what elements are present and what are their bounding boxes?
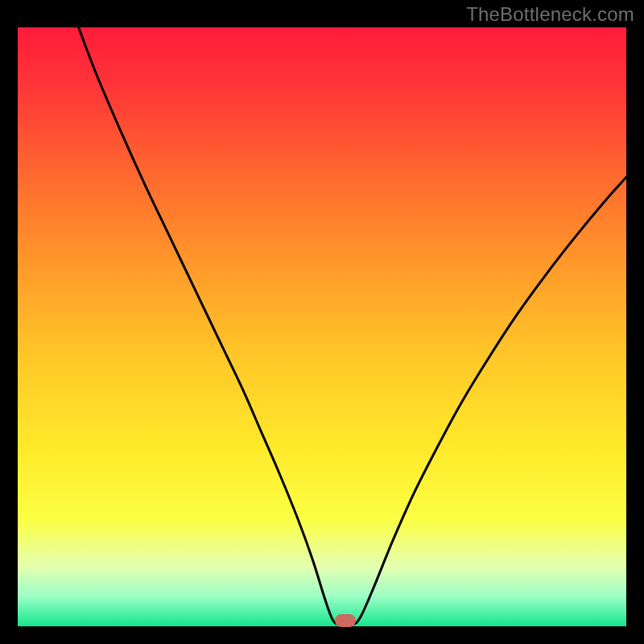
watermark-text: TheBottleneck.com [466,3,634,26]
gradient-background [18,27,626,626]
chart-frame: TheBottleneck.com [0,0,644,644]
chart-svg [18,27,626,626]
plot-area [18,27,626,626]
optimum-marker [335,614,356,627]
